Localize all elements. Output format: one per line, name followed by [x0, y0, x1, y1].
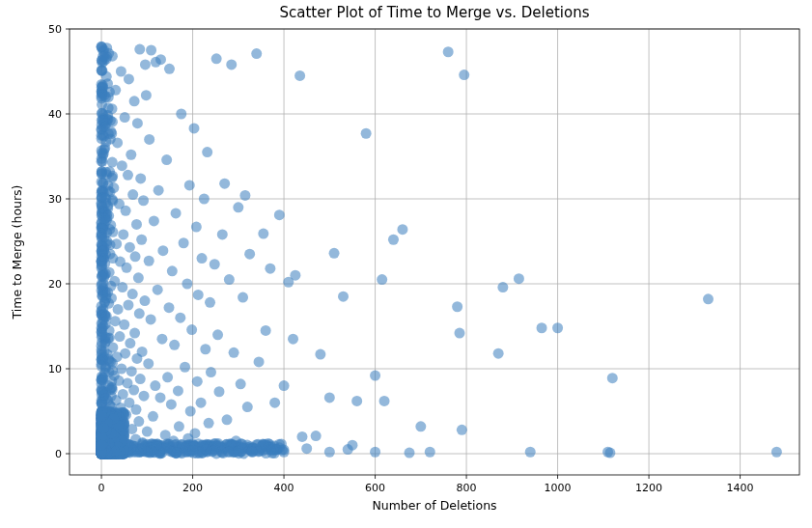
data-point — [247, 447, 258, 458]
data-point — [123, 170, 133, 181]
y-tick-label: 20 — [48, 278, 62, 291]
data-point — [107, 227, 118, 237]
data-point — [135, 374, 146, 384]
data-point — [703, 293, 714, 304]
data-point — [141, 90, 152, 100]
x-tick-label: 0 — [98, 482, 105, 494]
data-point — [315, 349, 325, 360]
data-point — [101, 71, 112, 82]
y-tick-label: 0 — [55, 448, 62, 460]
data-point — [146, 314, 156, 324]
x-tick-label: 800 — [457, 482, 477, 494]
data-point — [114, 199, 125, 209]
data-point — [213, 386, 224, 397]
data-point — [142, 427, 153, 437]
data-point — [104, 166, 115, 177]
data-point — [131, 219, 142, 230]
x-tick-label: 200 — [182, 482, 203, 494]
data-point — [154, 185, 164, 196]
chart-title: Scatter Plot of Time to Merge vs. Deleti… — [280, 4, 590, 21]
data-point — [157, 245, 168, 256]
data-point — [175, 313, 185, 323]
data-point — [118, 229, 128, 239]
data-point — [138, 195, 149, 206]
data-point — [324, 392, 335, 403]
data-point — [97, 329, 107, 340]
data-point — [144, 134, 154, 145]
data-point — [98, 245, 109, 256]
data-point — [226, 59, 237, 69]
data-point — [98, 144, 109, 154]
data-point — [97, 440, 107, 451]
data-point — [129, 96, 140, 106]
data-point — [130, 251, 141, 262]
data-point — [182, 279, 192, 290]
data-point — [602, 447, 613, 458]
data-point — [115, 257, 126, 267]
data-point — [261, 325, 271, 336]
data-point — [97, 177, 107, 187]
data-point — [114, 331, 125, 342]
data-point — [155, 392, 166, 403]
data-point — [202, 147, 212, 157]
data-point — [124, 73, 134, 84]
data-point — [127, 189, 138, 200]
data-point — [97, 411, 107, 422]
data-point — [97, 232, 107, 242]
data-point — [771, 447, 782, 458]
data-point — [351, 396, 362, 406]
data-point — [222, 414, 233, 425]
data-point — [107, 157, 118, 168]
data-point — [210, 259, 220, 269]
data-point — [180, 362, 190, 373]
data-point — [343, 444, 353, 455]
data-point — [156, 334, 167, 345]
data-point — [233, 446, 243, 457]
data-point — [108, 182, 119, 193]
data-point — [164, 302, 175, 313]
data-point — [397, 224, 407, 235]
data-point — [139, 295, 150, 306]
data-point — [204, 418, 214, 429]
data-point — [112, 137, 123, 148]
data-point — [454, 328, 464, 339]
data-point — [388, 235, 399, 245]
data-point — [279, 380, 290, 391]
data-point — [191, 222, 202, 233]
data-point — [129, 328, 140, 339]
data-point — [229, 347, 239, 358]
data-point — [140, 59, 151, 69]
data-point — [173, 385, 183, 396]
data-point — [265, 264, 275, 274]
data-point — [525, 447, 536, 458]
data-point — [133, 272, 144, 283]
data-point — [111, 238, 122, 249]
data-point — [258, 229, 268, 239]
data-point — [125, 242, 135, 253]
data-point — [117, 160, 127, 171]
data-point — [174, 421, 184, 431]
data-point — [125, 338, 135, 348]
data-point — [224, 274, 235, 285]
x-axis-label: Number of Deletions — [372, 498, 496, 513]
data-point — [212, 329, 223, 340]
x-tick-label: 400 — [274, 482, 294, 494]
data-point — [119, 320, 129, 330]
data-point — [176, 109, 186, 120]
x-tick-label: 1200 — [635, 482, 662, 494]
data-point — [294, 70, 305, 81]
data-point — [146, 45, 156, 56]
data-point — [167, 265, 178, 276]
data-point — [143, 358, 154, 369]
x-tick-label: 600 — [365, 482, 385, 494]
data-point — [109, 276, 120, 287]
data-point — [186, 324, 197, 335]
data-point — [217, 229, 228, 239]
data-point — [99, 213, 110, 224]
scatter-chart: 020040060080010001200140001020304050Numb… — [0, 0, 812, 528]
data-point — [132, 118, 143, 128]
data-point — [283, 277, 294, 288]
data-point — [552, 322, 563, 333]
y-axis-label: Time to Merge (hours) — [10, 185, 24, 320]
data-point — [97, 341, 107, 351]
